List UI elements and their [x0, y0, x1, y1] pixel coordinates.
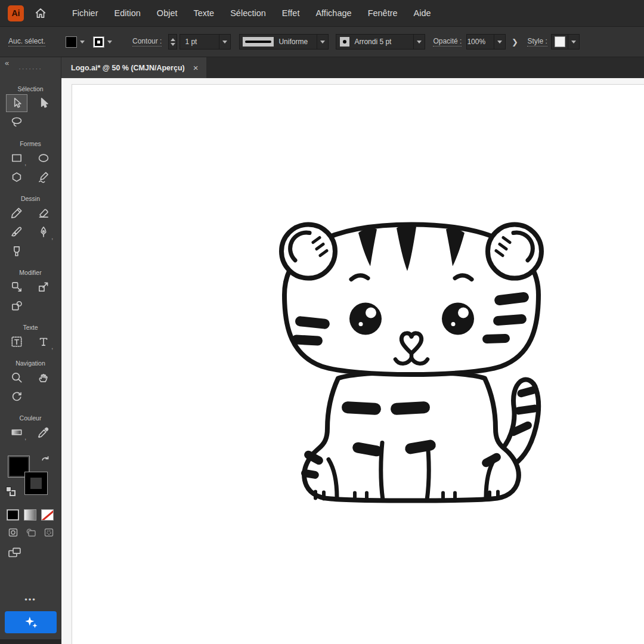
- document-tab[interactable]: Logo.ai* @ 50 % (CMJN/Aperçu) ×: [61, 57, 206, 78]
- draw-behind-icon[interactable]: [24, 527, 38, 538]
- more-tools-button[interactable]: •••: [0, 595, 61, 604]
- rotate-view-tool[interactable]: [6, 388, 27, 405]
- shape-builder-icon: [10, 299, 23, 312]
- panel-grip[interactable]: ·······: [18, 66, 42, 72]
- chevron-down-icon: [320, 41, 325, 44]
- section-navigation-label: Navigation: [0, 360, 61, 367]
- home-icon: [34, 7, 47, 20]
- chevron-down-icon: [107, 41, 112, 44]
- zoom-icon: [10, 371, 23, 384]
- draw-normal-icon[interactable]: [7, 527, 20, 538]
- lasso-tool[interactable]: [6, 113, 27, 131]
- opacity-field[interactable]: 100%: [466, 34, 506, 49]
- chevron-down-icon: [417, 41, 422, 44]
- round-brush-preview: [340, 37, 349, 47]
- free-transform-icon: [10, 280, 23, 293]
- menu-fichier[interactable]: Fichier: [72, 8, 98, 18]
- shaper-tool[interactable]: [33, 168, 54, 186]
- polygon-tool[interactable]: [6, 168, 27, 186]
- menu-edition[interactable]: Edition: [114, 8, 141, 18]
- ellipse-icon: [37, 151, 50, 165]
- lasso-icon: [10, 116, 23, 129]
- blob-brush-tool[interactable]: [6, 242, 27, 260]
- draw-inside-icon[interactable]: [42, 527, 55, 538]
- swap-colors-icon[interactable]: [41, 454, 51, 465]
- default-colors-icon[interactable]: [6, 487, 16, 496]
- style-dropdown[interactable]: [551, 34, 580, 49]
- stroke-color-indicator[interactable]: [25, 472, 47, 494]
- home-button[interactable]: [34, 7, 47, 20]
- brush-dropdown[interactable]: Arrondi 5 pt: [336, 34, 425, 49]
- menu-items: Fichier Edition Objet Texte Sélection Ef…: [72, 8, 431, 18]
- scale-icon: [37, 280, 50, 293]
- fill-stroke-widget: [0, 451, 61, 503]
- stroke-weight-stepper[interactable]: [168, 34, 177, 49]
- stroke-weight-dropdown[interactable]: 1 pt: [179, 34, 231, 49]
- illustrator-logo-icon[interactable]: Ai: [8, 5, 24, 21]
- section-couleur-label: Couleur: [0, 414, 61, 422]
- eraser-tool[interactable]: [33, 204, 54, 222]
- screen-mode-icon[interactable]: [7, 546, 23, 560]
- section-formes-label: Formes: [0, 140, 61, 147]
- stroke-color-control[interactable]: [93, 36, 112, 48]
- drawing-mode-buttons: [0, 527, 61, 538]
- touch-type-tool[interactable]: [6, 333, 27, 351]
- pen-tool[interactable]: ,: [33, 223, 54, 241]
- paintbrush-tool[interactable]: [6, 223, 27, 241]
- canvas-area[interactable]: [61, 78, 644, 644]
- hand-icon: [37, 371, 50, 384]
- tiger-artwork[interactable]: [271, 202, 552, 515]
- selection-tool[interactable]: [33, 94, 54, 112]
- opacity-label[interactable]: Opacité :: [433, 37, 462, 47]
- expand-options-button[interactable]: ❯: [509, 34, 520, 49]
- menu-fenetre[interactable]: Fenêtre: [368, 8, 398, 18]
- menu-effet[interactable]: Effet: [282, 8, 300, 18]
- polygon-icon: [10, 171, 23, 184]
- generative-ai-button[interactable]: [5, 611, 57, 633]
- section-texte-label: Texte: [0, 324, 61, 331]
- eyedropper-tool[interactable]: [33, 423, 54, 441]
- color-button[interactable]: [7, 509, 19, 521]
- stroke-swatch[interactable]: [93, 36, 104, 48]
- eyedropper-icon: [37, 426, 50, 439]
- selection-icon: [37, 97, 50, 110]
- style-label[interactable]: Style :: [527, 37, 547, 47]
- fill-swatch[interactable]: [66, 36, 77, 48]
- document-tab-title: Logo.ai* @ 50 % (CMJN/Aperçu): [71, 64, 185, 72]
- section-modifier-label: Modifier: [0, 269, 61, 276]
- zoom-tool[interactable]: [6, 369, 27, 386]
- selection-status[interactable]: Auc. sélect.: [8, 37, 45, 47]
- direct-selection-tool[interactable]: [6, 94, 27, 112]
- rectangle-tool[interactable]: ,: [6, 149, 27, 167]
- menu-objet[interactable]: Objet: [157, 8, 178, 18]
- shape-builder-tool[interactable]: [6, 297, 27, 315]
- panel-footer: [0, 639, 61, 644]
- gradient-button[interactable]: [24, 509, 36, 521]
- menu-texte[interactable]: Texte: [194, 8, 215, 18]
- hand-tool[interactable]: [33, 369, 54, 386]
- close-tab-icon[interactable]: ×: [193, 63, 199, 73]
- collapse-panel-button[interactable]: «: [5, 58, 9, 67]
- scale-tool[interactable]: [33, 278, 54, 296]
- paintbrush-icon: [10, 225, 23, 239]
- chevron-down-icon: [497, 41, 502, 44]
- menu-aide[interactable]: Aide: [414, 8, 431, 18]
- gradient-tool[interactable]: ,: [6, 423, 27, 441]
- rotate-view-icon: [10, 390, 23, 403]
- menu-selection[interactable]: Sélection: [230, 8, 266, 18]
- ellipse-tool[interactable]: [33, 149, 54, 167]
- sparkle-icon: [23, 615, 39, 630]
- free-transform-tool[interactable]: [6, 278, 27, 296]
- menu-affichage[interactable]: Affichage: [315, 8, 351, 18]
- pen-icon: [37, 225, 50, 239]
- none-button[interactable]: [41, 509, 54, 521]
- type-tool[interactable]: ,: [33, 333, 54, 351]
- pencil-tool[interactable]: [6, 204, 27, 222]
- fill-color-control[interactable]: [66, 36, 85, 48]
- style-swatch: [555, 36, 565, 47]
- stroke-label[interactable]: Contour :: [132, 37, 162, 47]
- width-profile-dropdown[interactable]: Uniforme: [239, 34, 329, 49]
- type-icon: [37, 335, 50, 348]
- tools-panel: « ······· Sélection Formes , Dessin: [0, 57, 61, 644]
- control-bar: Auc. sélect. Contour : 1 pt Uniforme Arr…: [0, 26, 644, 57]
